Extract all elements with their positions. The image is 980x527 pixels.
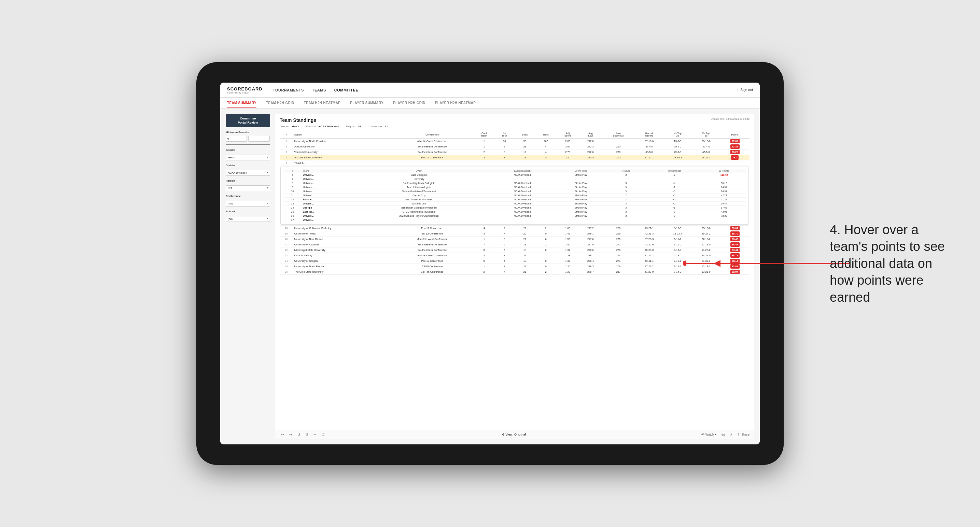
cell-points[interactable]: 88.07 xyxy=(720,225,749,231)
table-row[interactable]: 19 University of Texas Big 12 Conference… xyxy=(280,231,749,237)
cell-points[interactable]: 88.49 xyxy=(720,237,749,242)
clock-button[interactable]: ⏱ xyxy=(320,432,326,437)
tip-cell-type: Stroke Play xyxy=(555,206,606,210)
table-row[interactable]: 2 Auburn University Southeastern Confere… xyxy=(280,144,749,149)
school-select[interactable]: (All) xyxy=(226,216,270,222)
cell-conf-rank xyxy=(474,160,495,166)
tooltip-header-row: # Team Event Event Division Event Type R… xyxy=(280,166,749,225)
tip-cell-rank: 8 xyxy=(283,181,302,185)
tip-cell-event: Copper Cup xyxy=(348,194,490,198)
sidebar-title: CommitteePortal Review xyxy=(226,114,270,127)
table-container[interactable]: # School Conference ConfRank NoTour Bnds… xyxy=(275,131,754,430)
tab-player-summary[interactable]: PLAYER SUMMARY xyxy=(350,99,383,107)
cell-conference: Pac-12 Conference xyxy=(391,225,474,231)
sign-out-link[interactable]: Sign out xyxy=(740,88,753,92)
content-panel: Team Standings Update time: 13/03/2024 1… xyxy=(275,114,754,439)
reset-button[interactable]: ↺ xyxy=(296,432,302,437)
tip-cell-points: 30-13 xyxy=(702,181,746,185)
tab-team-summary[interactable]: TEAM SUMMARY xyxy=(227,99,256,108)
tab-player-h2h-heatmap[interactable]: PLAYER H2H HEATMAP xyxy=(435,99,476,107)
expand-button[interactable]: ⤢ xyxy=(730,433,733,436)
rounds-min-input[interactable] xyxy=(226,136,247,142)
cell-conf-rank: 4 xyxy=(474,225,495,231)
cell-vs25: 13-23-2 xyxy=(663,231,692,237)
cell-points[interactable]: 97.02 xyxy=(720,138,749,144)
annotation-block: 4. Hover over a team's points to see add… xyxy=(830,222,953,306)
table-row[interactable]: 1 University of North Carolina Atlantic … xyxy=(280,138,749,144)
tab-player-h2h-grid[interactable]: PLAYER H2H GRID xyxy=(393,99,425,107)
watch-button[interactable]: 👁 Watch ▾ xyxy=(702,433,717,436)
redo-button[interactable]: ↪ xyxy=(288,432,293,437)
points-badge: 93.31 xyxy=(730,144,740,149)
table-row[interactable]: 22 Mississippi State University Southeas… xyxy=(280,248,749,253)
conference-select[interactable]: (All) xyxy=(226,201,270,206)
table-row[interactable]: 5 Texas T... xyxy=(280,160,749,166)
slider-bar xyxy=(226,144,270,145)
cell-avg: 272.0 xyxy=(579,138,602,144)
table-row[interactable]: 3 Vanderbilt University Southeastern Con… xyxy=(280,149,749,155)
tip-cell-points: 42.73 xyxy=(702,194,746,198)
cell-points[interactable]: 93.31 xyxy=(720,144,749,149)
filter-region: Region: All xyxy=(346,125,361,128)
view-label: View: Original xyxy=(505,433,526,436)
cell-points[interactable]: 78.5 xyxy=(720,155,749,160)
cell-points[interactable]: 83.41 xyxy=(720,248,749,253)
tip-cell-impact: +0 xyxy=(645,198,702,202)
cell-low: 269 xyxy=(602,264,635,269)
standings-title: Team Standings xyxy=(280,117,316,123)
cell-wins: 4 xyxy=(535,144,556,149)
division-select[interactable]: NCAA Division I xyxy=(226,170,270,176)
points-badge: 88.48 xyxy=(730,242,740,247)
nav-tournaments[interactable]: TOURNAMENTS xyxy=(273,87,304,94)
cell-conference: Mountain West Conference xyxy=(391,237,474,242)
update-time: Update time: 13/03/2024 10:03:42 xyxy=(711,117,749,121)
top-nav: SCOREBOARD Powered by clippi TOURNAMENTS… xyxy=(220,83,760,98)
table-row[interactable]: 18 University of California, Berkeley Pa… xyxy=(280,225,749,231)
copy-button[interactable]: ⧉ xyxy=(304,432,309,437)
nav-teams[interactable]: TEAMS xyxy=(312,87,326,94)
cell-low: 265 xyxy=(602,155,635,160)
share-label: Share xyxy=(741,433,749,436)
view-original-button[interactable]: ⊙ View: Original xyxy=(502,433,526,436)
standings-table: # School Conference ConfRank NoTour Bnds… xyxy=(280,131,749,275)
tab-team-h2h-grid[interactable]: TEAM H2H GRID xyxy=(266,99,294,107)
gender-select[interactable]: Men's Women's xyxy=(226,155,270,160)
undo-button[interactable]: ↩ xyxy=(280,432,285,437)
tip-cell-event: Southern Highlands Collegiate xyxy=(348,181,490,185)
cell-points[interactable]: 88.48 xyxy=(720,242,749,248)
cell-points[interactable] xyxy=(720,160,749,166)
share-button[interactable]: ⬆ Share xyxy=(738,433,749,436)
comment-button[interactable]: 💬 xyxy=(722,433,725,436)
table-row[interactable]: 24 University of Oregon Pac-12 Conferenc… xyxy=(280,259,749,264)
tip-cell-points xyxy=(702,218,746,222)
tip-cell-impact xyxy=(645,177,702,181)
cell-tour: 8 xyxy=(495,237,514,242)
table-row[interactable]: 21 University of Alabama Southeastern Co… xyxy=(280,242,749,248)
tip-cell-team: Univers... xyxy=(302,194,348,198)
cell-points[interactable]: 88.20 xyxy=(720,149,749,155)
tip-cell-team: Univers... xyxy=(302,218,348,222)
cell-points[interactable]: 88.70 xyxy=(720,231,749,237)
table-row-highlighted[interactable]: 4 Arizona State University Pac-12 Confer… xyxy=(280,155,749,160)
region-select[interactable]: N/A xyxy=(226,185,270,191)
cell-adj: 1.32 xyxy=(556,259,579,264)
tab-team-h2h-heatmap[interactable]: TEAM H2H HEATMAP xyxy=(304,99,340,107)
sidebar-section-region: Region N/A xyxy=(226,179,270,191)
points-badge: 88.70 xyxy=(730,232,740,236)
cell-bnds: 21 xyxy=(514,253,535,259)
tip-cell-event: Ben Hogan Collegiate Invitational xyxy=(348,206,490,210)
tip-cell-rounds: 3 xyxy=(606,210,645,214)
comment-icon: 💬 xyxy=(722,433,725,436)
clip-button[interactable]: ✂ xyxy=(312,432,318,437)
table-row[interactable]: 26 The Ohio State University Big Ten Con… xyxy=(280,269,749,275)
cell-vs50: 17-19-0 xyxy=(692,242,720,248)
cell-tour: 6 xyxy=(495,259,514,264)
table-row[interactable]: 23 Duke University Atlantic Coast Confer… xyxy=(280,253,749,259)
table-row[interactable]: 25 University of North Florida ASUN Conf… xyxy=(280,264,749,269)
cell-wins: 0 xyxy=(535,259,556,264)
tip-cell-rounds: 3 xyxy=(606,181,645,185)
nav-committee[interactable]: COMMITTEE xyxy=(334,87,358,94)
table-row[interactable]: 20 University of New Mexico Mountain Wes… xyxy=(280,237,749,242)
rounds-max-input[interactable] xyxy=(248,136,269,142)
cell-avg: 277.9 xyxy=(579,242,602,248)
